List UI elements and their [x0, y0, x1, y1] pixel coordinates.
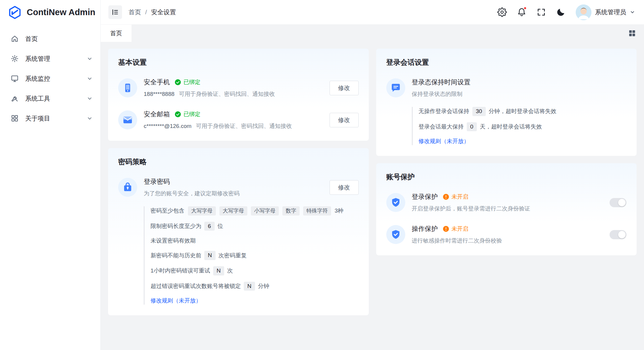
modify-password-rules-link[interactable]: 修改规则（未开放）: [151, 297, 201, 305]
not-enabled-status-badge: 未开启: [443, 225, 469, 233]
chevron-down-icon: [87, 96, 93, 102]
sidebar-item-about-project[interactable]: 关于项目: [0, 108, 100, 128]
rule-value-box: N: [213, 266, 224, 275]
card-title: 登录会话设置: [386, 58, 627, 67]
rule-session-max: 登录会话最大保持 0 天，超时登录会话将失效: [419, 122, 627, 132]
login-protection-toggle[interactable]: [610, 198, 626, 207]
sidebar-item-label: 关于项目: [25, 114, 80, 123]
sidebar-item-system-tools[interactable]: 系统工具: [0, 88, 100, 108]
email-value: c********@126.com: [144, 123, 192, 129]
breadcrumb-home[interactable]: 首页: [129, 8, 141, 16]
monitor-icon: [11, 75, 19, 83]
header: 首页 / 安全设置: [101, 0, 644, 25]
rule-text: 分钟，超时登录会话将失效: [489, 107, 556, 115]
security-phone-row: 安全手机 已绑定 188****8888 可用于身份验证、密码找回、通知接收: [118, 78, 359, 98]
user-menu[interactable]: 系统管理员: [576, 4, 635, 20]
modify-password-button[interactable]: 修改: [330, 180, 359, 195]
settings-icon[interactable]: [497, 7, 507, 17]
home-icon: [11, 35, 19, 43]
switch-knob: [618, 199, 626, 206]
security-phone-info: 安全手机 已绑定 188****8888 可用于身份验证、密码找回、通知接收: [144, 78, 323, 98]
header-actions: 系统管理员: [497, 4, 635, 20]
operation-protection-desc: 进行敏感操作时需进行二次身份校验: [412, 237, 502, 244]
rule-text: 天，超时登录会话将失效: [480, 123, 542, 131]
modify-session-rules-link[interactable]: 修改规则（未开放）: [419, 137, 469, 145]
dark-mode-moon-icon[interactable]: [556, 7, 566, 17]
login-password-info: 登录密码 为了您的账号安全，建议定期修改密码: [144, 177, 323, 197]
rule-password-retry: 1小时内密码错误可重试 N 次: [151, 266, 359, 275]
bound-status-badge: 已绑定: [175, 110, 200, 118]
rule-text: 新密码不能与历史前: [151, 252, 201, 259]
chevron-down-icon: [87, 76, 93, 82]
rule-text: 无操作登录会话保持: [419, 107, 469, 115]
basic-settings-card: 基本设置 安全手机 已绑定: [108, 49, 369, 141]
operation-protection-toggle[interactable]: [610, 230, 626, 239]
login-protection-row: 登录保护 未开启 开启登录保护后，账号登录需进行二次身份验证: [386, 192, 627, 213]
tab-home[interactable]: 首页: [101, 25, 132, 42]
rule-value-box: N: [244, 282, 255, 291]
phone-desc: 可用于身份验证、密码找回、通知接收: [179, 91, 275, 97]
notification-badge: [523, 7, 527, 10]
rule-text: 位: [218, 222, 223, 230]
char-type-chip: 特殊字符: [303, 206, 331, 216]
password-desc: 为了您的账号安全，建议定期修改密码: [144, 190, 240, 197]
sidebar-item-system-monitor[interactable]: 系统监控: [0, 69, 100, 88]
notifications-bell-icon[interactable]: [517, 7, 526, 17]
switch-knob: [618, 231, 626, 238]
breadcrumb-current: 安全设置: [151, 8, 176, 16]
sidebar-item-home[interactable]: 首页: [0, 29, 100, 49]
operation-protection-row: 操作保护 未开启 进行敏感操作时需进行二次身份校验: [386, 224, 627, 245]
fullscreen-icon[interactable]: [537, 7, 546, 17]
session-keep-row: 登录态保持时间设置 保持登录状态的限制: [386, 78, 627, 98]
rule-value-box: 30: [472, 107, 486, 116]
item-title: 登录保护: [412, 192, 438, 201]
rule-text: 1小时内密码错误可重试: [151, 267, 210, 275]
rule-text: 密码至少包含: [151, 207, 184, 215]
rule-text: 3种: [335, 207, 344, 215]
password-lock-icon: [118, 178, 137, 197]
rule-session-idle: 无操作登录会话保持 30 分钟，超时登录会话将失效: [419, 107, 627, 116]
check-circle-icon: [175, 111, 181, 118]
modify-phone-button[interactable]: 修改: [330, 81, 359, 95]
session-desc: 保持登录状态的限制: [412, 91, 463, 97]
sidebar-item-label: 首页: [25, 35, 93, 43]
card-title: 密码策略: [118, 157, 359, 167]
item-title: 安全邮箱: [144, 110, 170, 119]
shield-check-icon: [386, 225, 405, 244]
char-type-chip: 小写字母: [251, 206, 279, 216]
password-rules: 密码至少包含 大写字母 大写字母 小写字母 数字 特殊字符 3种 限制密码长度至…: [144, 206, 359, 305]
sidebar-item-label: 系统工具: [25, 94, 80, 103]
char-type-chip: 大写字母: [188, 206, 216, 216]
card-title: 账号保护: [386, 172, 627, 182]
rule-text: 登录会话最大保持: [419, 123, 464, 131]
sidebar-collapse-button[interactable]: [108, 5, 122, 19]
sidebar-item-system-management[interactable]: 系统管理: [0, 49, 100, 69]
chevron-down-icon: [87, 115, 93, 121]
modify-email-button[interactable]: 修改: [330, 113, 359, 127]
char-type-chip: 大写字母: [219, 206, 247, 216]
rule-text: 次密码重复: [219, 252, 247, 259]
check-circle-icon: [175, 79, 181, 85]
item-title: 登录态保持时间设置: [412, 78, 471, 87]
sidebar: ContiNew Admin 首页 系统管理: [0, 0, 101, 350]
user-name: 系统管理员: [595, 8, 626, 16]
app-logo[interactable]: ContiNew Admin: [0, 0, 100, 25]
avatar: [576, 4, 591, 20]
chat-message-icon: [386, 78, 405, 97]
rule-value-box: 0: [467, 122, 477, 132]
rule-password-contains: 密码至少包含 大写字母 大写字母 小写字母 数字 特殊字符 3种: [151, 206, 359, 216]
sidebar-item-label: 系统监控: [25, 75, 80, 83]
rule-password-expiry: 未设置密码有效期: [151, 237, 359, 245]
session-rules: 无操作登录会话保持 30 分钟，超时登录会话将失效 登录会话最大保持 0 天，超…: [412, 107, 627, 145]
rule-value-box: N: [204, 251, 216, 260]
tab-bar: 首页: [101, 25, 644, 42]
phone-icon: [118, 78, 137, 97]
email-desc: 可用于身份验证、密码找回、通知接收: [196, 123, 292, 129]
content: 基本设置 安全手机 已绑定: [101, 42, 644, 350]
phone-value: 188****8888: [144, 91, 175, 97]
grid-icon: [11, 114, 19, 122]
item-title: 操作保护: [412, 224, 438, 233]
chevron-down-icon: [630, 9, 635, 15]
tab-layout-grid-icon[interactable]: [628, 29, 636, 37]
chevron-down-icon: [87, 56, 93, 62]
